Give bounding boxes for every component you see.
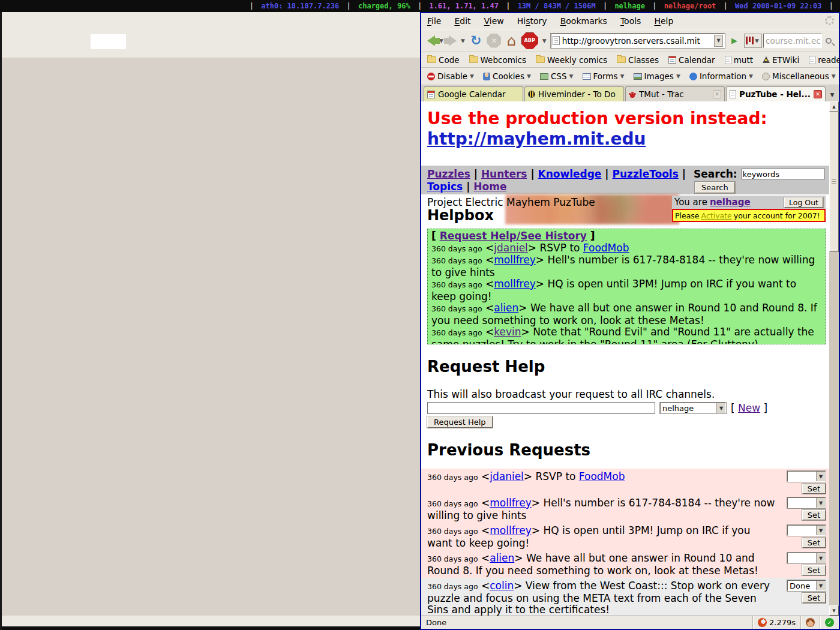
status-select[interactable]: ▼ <box>787 497 826 508</box>
webdev-dropdown[interactable]: ▼ <box>620 73 626 79</box>
requester-select[interactable]: nelhage ▼ <box>660 403 726 413</box>
back-button[interactable] <box>426 32 436 50</box>
webdev-dropdown[interactable]: ▼ <box>832 73 837 79</box>
webdev-dropdown[interactable]: ▼ <box>749 73 754 79</box>
user-link-mollfrey[interactable]: mollfrey <box>494 278 536 290</box>
status-check-panel[interactable]: ✓ <box>820 616 839 629</box>
bookmark-webcomics[interactable]: Webcomics <box>469 55 526 65</box>
webdev-dropdown[interactable]: ▼ <box>676 73 682 79</box>
fasterfox-panel[interactable]: 2.279s <box>752 616 800 629</box>
stop-button[interactable]: ✕ <box>485 32 502 50</box>
set-button[interactable]: Set <box>802 538 826 548</box>
browser-search-input[interactable]: course.mit.ec <box>763 34 822 48</box>
url-text[interactable]: http://groovytron.servers.csail.mit <box>562 36 712 46</box>
search-engine-selector[interactable]: ▼ <box>744 34 762 48</box>
site-search-button[interactable]: Search <box>695 182 735 193</box>
bookmark-weekly-comics[interactable]: Weekly comics <box>536 55 607 65</box>
home-button[interactable]: ⌂ <box>505 32 517 50</box>
bookmark-reader[interactable]: reader <box>809 55 840 65</box>
user-link-mollfrey[interactable]: mollfrey <box>494 254 536 266</box>
webdev-disable[interactable]: Disable▼ <box>427 71 475 81</box>
bookmark-mutt[interactable]: mutt <box>725 55 753 65</box>
set-button[interactable]: Set <box>802 484 826 494</box>
go-button[interactable]: ▶ <box>728 34 741 48</box>
user-link-alien[interactable]: alien <box>494 302 518 314</box>
user-link-jdaniel[interactable]: jdaniel <box>490 470 524 482</box>
new-requester-link[interactable]: New <box>738 402 760 414</box>
webdev-cookies[interactable]: Cookies▼ <box>483 71 532 81</box>
tab-hiveminder-to-do[interactable]: Hiveminder - To Do <box>524 86 624 101</box>
webdev-forms[interactable]: Forms▼ <box>583 71 626 81</box>
activate-link[interactable]: Activate <box>701 211 732 220</box>
bookmark-calendar[interactable]: Calendar <box>668 55 715 65</box>
webdev-information[interactable]: Information▼ <box>689 71 754 81</box>
tab-google-calendar[interactable]: Google Calendar <box>424 86 523 101</box>
request-help-history-link[interactable]: Request Help/See History <box>440 230 587 242</box>
nav-link-home[interactable]: Home <box>473 181 506 193</box>
status-select[interactable]: ▼ <box>787 471 826 482</box>
tab-list-dropdown[interactable]: ▼ <box>828 88 836 101</box>
url-bar[interactable]: http://groovytron.servers.csail.mit ▼ <box>551 34 725 48</box>
page-scrollbar[interactable]: ▲ ▼ <box>829 101 839 616</box>
nav-link-hunters[interactable]: Hunters <box>481 168 527 180</box>
forward-button[interactable] <box>448 32 458 50</box>
menu-edit[interactable]: Edit <box>454 16 470 26</box>
tab-close-button[interactable]: ✕ <box>814 90 822 98</box>
page-title: Helpbox <box>427 207 494 224</box>
user-link-colin[interactable]: colin <box>490 580 514 592</box>
site-search-input[interactable] <box>741 169 825 179</box>
user-link-mollfrey[interactable]: mollfrey <box>490 524 532 536</box>
nav-link-puzzles[interactable]: Puzzles <box>427 168 470 180</box>
webdev-dropdown[interactable]: ▼ <box>569 73 575 79</box>
nav-link-topics[interactable]: Topics <box>427 181 463 193</box>
status-select[interactable]: ▼ <box>787 525 826 536</box>
bookmark-code[interactable]: Code <box>427 55 460 65</box>
scrollbar-down-arrow[interactable]: ▼ <box>829 605 839 616</box>
webdev-dropdown[interactable]: ▼ <box>527 73 532 79</box>
nav-link-puzzletools[interactable]: PuzzleTools <box>612 168 678 180</box>
webdev-css[interactable]: CSS▼ <box>540 71 575 81</box>
status-select[interactable]: Done▼ <box>787 580 826 591</box>
user-link-kevin[interactable]: kevin <box>494 326 521 338</box>
bookmark-etwiki[interactable]: ETWiki <box>763 55 799 65</box>
set-button[interactable]: Set <box>802 510 826 520</box>
tab-puztube-hel[interactable]: PuzTube - Hel...✕ <box>726 86 826 101</box>
helpbox-feed: [ Request Help/See History ] 360 days ag… <box>427 229 826 344</box>
tab-tmut-trac[interactable]: TMut - Trac✕ <box>625 86 725 101</box>
logout-button[interactable]: Log Out <box>784 197 823 208</box>
adblock-button[interactable]: ABP <box>520 32 539 50</box>
mayhem-link[interactable]: http://mayhem.mit.edu <box>427 129 646 149</box>
greasemonkey-panel[interactable] <box>800 616 820 629</box>
forward-dropdown[interactable]: ▼ <box>461 38 466 44</box>
entry-age: 360 days ago <box>427 473 478 482</box>
user-link-mollfrey[interactable]: mollfrey <box>490 497 532 509</box>
set-button[interactable]: Set <box>802 565 826 575</box>
menu-view[interactable]: View <box>484 16 504 26</box>
reload-button[interactable]: ↻ <box>469 32 482 50</box>
menu-file[interactable]: File <box>427 16 441 26</box>
webdev-images[interactable]: Images▼ <box>634 71 682 81</box>
magnifier-icon[interactable] <box>826 38 832 44</box>
scrollbar-thumb[interactable] <box>829 112 839 252</box>
menu-tools[interactable]: Tools <box>620 16 641 26</box>
scrollbar-up-arrow[interactable]: ▲ <box>829 101 839 112</box>
bookmark-classes[interactable]: Classes <box>617 55 659 65</box>
menu-help[interactable]: Help <box>654 16 673 26</box>
nav-link-knowledge[interactable]: Knowledge <box>538 168 602 180</box>
request-help-input[interactable] <box>427 402 655 414</box>
message-link-foodmob[interactable]: FoodMob <box>583 242 629 254</box>
menu-history[interactable]: History <box>517 16 547 26</box>
user-link-jdaniel[interactable]: jdaniel <box>494 242 528 254</box>
message-link-foodmob[interactable]: FoodMob <box>579 470 625 482</box>
webdev-dropdown[interactable]: ▼ <box>470 73 475 79</box>
webdev-miscellaneous[interactable]: Miscellaneous▼ <box>762 71 837 81</box>
tab-close-button[interactable]: ✕ <box>713 90 721 98</box>
username-link[interactable]: nelhage <box>710 197 751 208</box>
request-help-button[interactable]: Request Help <box>427 416 493 428</box>
set-button[interactable]: Set <box>802 593 826 603</box>
adblock-dropdown[interactable]: ▼ <box>542 38 548 44</box>
user-link-alien[interactable]: alien <box>490 552 514 564</box>
status-select[interactable]: ▼ <box>787 553 826 563</box>
url-history-dropdown[interactable]: ▼ <box>714 35 723 47</box>
menu-bookmarks[interactable]: Bookmarks <box>560 16 607 26</box>
